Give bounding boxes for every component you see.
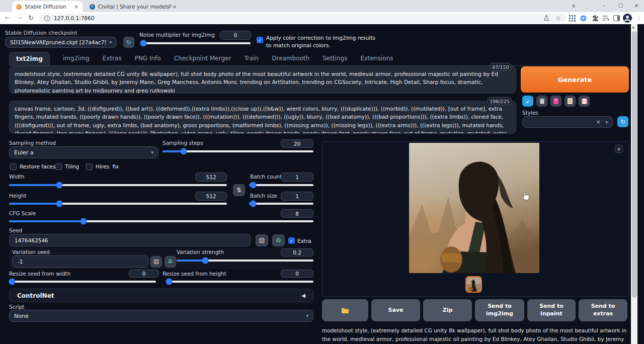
slider-knob[interactable] (250, 201, 256, 207)
paste-params-button[interactable]: ↙ (522, 96, 533, 107)
send-to-extras-button[interactable]: Send to extras (579, 299, 627, 321)
width-value[interactable]: 512 (195, 173, 227, 182)
cfg-scale-value[interactable]: 8 (281, 209, 313, 218)
slider-knob[interactable] (166, 279, 172, 285)
window-chevron-icon[interactable]: ∨ (572, 3, 576, 9)
tab-settings[interactable]: Settings (323, 55, 347, 65)
sampling-steps-slider[interactable] (163, 150, 313, 152)
send-to-inpaint-button[interactable]: Send to inpaint (527, 299, 576, 321)
seed-input[interactable]: 1476462546 (9, 234, 251, 246)
blue-extension-icon[interactable] (580, 15, 587, 22)
tiling-checkbox[interactable] (55, 163, 62, 170)
tab-png-info[interactable]: PNG Info (135, 55, 161, 65)
tab-dreambooth[interactable]: Dreambooth (272, 55, 309, 65)
generate-button[interactable]: Generate (521, 66, 629, 93)
url-bar[interactable]: i 127.0.0.1:7860 ☆ (39, 14, 566, 23)
site-info-icon[interactable]: i (44, 16, 50, 21)
slider-knob[interactable] (80, 218, 87, 225)
tab-extras[interactable]: Extras (103, 55, 122, 65)
send-to-img2img-button[interactable]: Send to img2img (475, 299, 524, 321)
sampling-steps-value[interactable]: 20 (281, 139, 313, 148)
browser-menu-icon[interactable]: ⋮ (636, 15, 641, 21)
controlnet-accordion[interactable]: ControlNet ◀ (9, 289, 313, 302)
noise-multiplier-slider[interactable] (141, 42, 251, 44)
swap-dimensions-button[interactable]: ⇅ (233, 184, 245, 196)
variation-random-seed-button[interactable]: ⚄ (150, 256, 162, 268)
window-minimize-button[interactable]: – (603, 2, 606, 9)
tab-extensions[interactable]: Extensions (360, 55, 393, 65)
extension-grid-icon[interactable] (569, 15, 576, 22)
negative-prompt-input[interactable]: canvas frame, cartoon, 3d, ((disfigured)… (9, 101, 516, 134)
variation-reuse-seed-button[interactable]: ♻ (165, 256, 176, 268)
slider-knob[interactable] (202, 257, 209, 264)
share-icon[interactable] (543, 15, 549, 21)
batch-count-value[interactable]: 1 (281, 173, 313, 182)
batch-size-slider[interactable] (249, 203, 313, 205)
slider-knob[interactable] (250, 182, 256, 189)
extra-seed-checkbox[interactable]: ✓ (288, 237, 295, 244)
gallery-thumbnail[interactable] (465, 276, 482, 293)
width-slider[interactable] (9, 184, 227, 186)
close-preview-button[interactable]: × (615, 145, 623, 153)
script-dropdown[interactable]: None ▾ (9, 310, 313, 322)
styles-dropdown[interactable]: × ▾ (522, 116, 613, 128)
forward-icon[interactable]: → (17, 15, 22, 21)
height-value[interactable]: 512 (195, 192, 227, 201)
open-folder-button[interactable] (322, 299, 368, 321)
resize-seed-width-slider[interactable] (9, 281, 156, 283)
prompt-input[interactable]: modelshoot style, (extremely detailed CG… (9, 66, 516, 94)
clear-prompt-button[interactable] (536, 96, 547, 107)
profile-avatar[interactable] (623, 14, 632, 23)
zip-button[interactable]: Zip (423, 299, 472, 321)
back-icon[interactable]: ← (5, 15, 11, 21)
scrollbar-thumb[interactable] (632, 31, 637, 298)
random-seed-button[interactable]: ⚄ (256, 234, 268, 246)
page-scrollbar[interactable]: ▲ (631, 24, 637, 344)
variation-strength-value[interactable]: 0.2 (281, 248, 313, 256)
resize-seed-height-slider[interactable] (166, 281, 313, 283)
cfg-scale-slider[interactable] (9, 220, 313, 222)
browser-tab-civitai[interactable]: C Civitai | Share your models × (86, 1, 162, 12)
slider-knob[interactable] (56, 182, 62, 189)
generated-image[interactable] (409, 143, 539, 273)
resize-seed-width-value[interactable]: 0 (129, 270, 159, 278)
variation-seed-input[interactable]: -1 (12, 255, 148, 268)
batch-size-value[interactable]: 1 (281, 192, 313, 201)
browser-tab-stable-diffusion[interactable]: Stable Diffusion × (12, 1, 83, 12)
reading-list-icon[interactable] (603, 16, 610, 21)
resize-seed-height-value[interactable]: 0 (281, 270, 313, 278)
extra-networks-button[interactable] (550, 96, 561, 107)
slider-knob[interactable] (56, 201, 62, 207)
clear-styles-icon[interactable]: × (596, 119, 600, 125)
restore-faces-checkbox[interactable] (10, 163, 17, 170)
bookmark-star-icon[interactable]: ☆ (555, 15, 561, 21)
variation-strength-slider[interactable] (177, 260, 313, 262)
reuse-seed-button[interactable]: ♻ (272, 234, 285, 246)
tab-img2img[interactable]: img2img (63, 55, 90, 65)
slider-knob[interactable] (9, 279, 15, 285)
new-tab-button[interactable]: + (167, 2, 173, 10)
window-close-button[interactable]: × (634, 2, 639, 9)
side-panel-icon[interactable] (613, 15, 620, 21)
noise-multiplier-value[interactable]: 0 (220, 31, 251, 40)
save-style-button[interactable] (579, 96, 590, 107)
scroll-up-icon[interactable]: ▲ (632, 25, 634, 29)
checkpoint-dropdown[interactable]: SD15NewVAEpruned.ckpt [27a4ac756c] ▾ (5, 37, 117, 48)
styles-refresh-button[interactable]: ↻ (617, 116, 628, 127)
hires-fix-checkbox[interactable] (86, 163, 93, 170)
tab-train[interactable]: Train (244, 55, 259, 65)
checkpoint-refresh-button[interactable]: ↻ (123, 37, 134, 48)
window-maximize-button[interactable]: □ (618, 3, 623, 8)
tab-txt2img[interactable]: txt2img (9, 52, 50, 65)
tab-close-icon[interactable]: × (173, 4, 177, 10)
tab-close-icon[interactable]: × (74, 4, 78, 10)
slider-knob[interactable] (140, 40, 147, 47)
height-slider[interactable] (9, 203, 227, 205)
extensions-puzzle-icon[interactable] (592, 15, 599, 22)
save-button[interactable]: Save (371, 299, 420, 321)
slider-knob[interactable] (181, 148, 187, 155)
color-correction-checkbox[interactable]: ✓ (257, 37, 263, 43)
tab-checkpoint-merger[interactable]: Checkpoint Merger (174, 55, 231, 65)
batch-count-slider[interactable] (249, 184, 313, 186)
apply-styles-button[interactable] (565, 96, 576, 107)
